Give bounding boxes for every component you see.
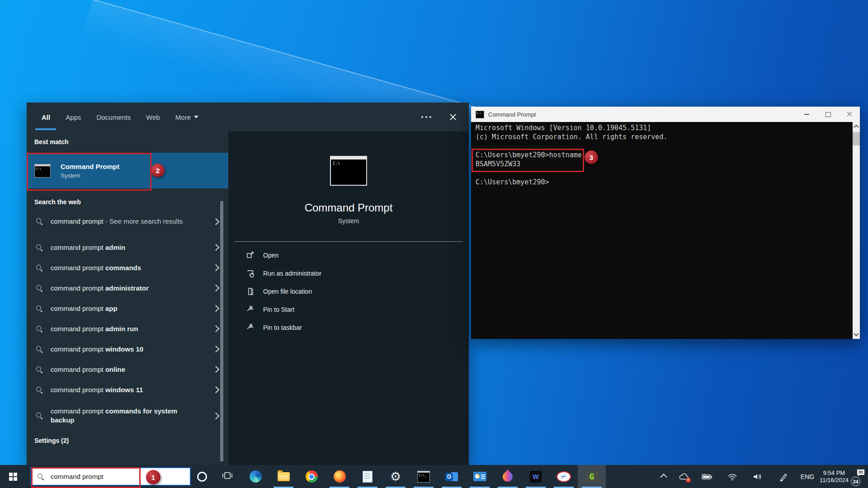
greenshot-icon: G <box>586 470 598 483</box>
pen-tray-icon[interactable] <box>770 465 797 488</box>
chevron-right-icon <box>212 412 220 419</box>
web-suggestion[interactable]: command prompt app <box>27 298 228 319</box>
search-icon <box>36 244 43 251</box>
close-button[interactable] <box>839 107 860 122</box>
chevron-right-icon <box>212 346 220 353</box>
start-button[interactable] <box>0 465 26 488</box>
clock[interactable]: 9:54 PM 11/16/2024 <box>818 469 850 484</box>
tab-apps[interactable]: Apps <box>66 113 81 121</box>
onedrive-tray-icon[interactable]: ✕ <box>674 465 694 488</box>
search-results-column: Best match Command Prompt System Search … <box>27 131 228 465</box>
terminal-line <box>476 141 853 150</box>
wave-app-button[interactable]: W <box>522 465 550 488</box>
action-pin-to-taskbar[interactable]: Pin to taskbar <box>228 319 469 337</box>
best-match-item[interactable]: Command Prompt System <box>27 153 228 188</box>
taskbar: ⚙ W G ✕ ENG <box>0 465 868 488</box>
paint-app-button[interactable] <box>494 465 522 488</box>
battery-icon <box>701 473 713 481</box>
action-pin-to-start[interactable]: Pin to Start <box>228 300 469 319</box>
action-label: Pin to taskbar <box>263 324 302 331</box>
search-icon <box>36 412 43 419</box>
pin-icon <box>245 323 255 333</box>
wifi-tray-icon[interactable] <box>720 465 745 488</box>
tab-more[interactable]: More <box>175 113 198 121</box>
search-icon <box>36 305 43 312</box>
tab-web[interactable]: Web <box>146 113 160 121</box>
selected-tab-underline <box>35 128 56 130</box>
scrollbar-thumb[interactable] <box>853 132 860 145</box>
snipping-app-button[interactable] <box>550 465 578 488</box>
taskbar-search-box[interactable] <box>30 467 191 486</box>
web-suggestion[interactable]: command prompt admin <box>27 237 228 258</box>
command-prompt-window: Command Prompt Microsoft Windows [Versio… <box>471 107 860 339</box>
tab-all[interactable]: All <box>42 113 50 121</box>
contact-card-icon <box>473 472 486 481</box>
web-suggestion[interactable]: command prompt admin run <box>27 319 228 339</box>
web-suggestion[interactable]: command prompt commands for system backu… <box>27 400 228 432</box>
notification-center-button[interactable]: 24 <box>850 465 868 488</box>
scissors-icon <box>557 471 571 482</box>
search-detail-panel: Command Prompt System Open Run as a <box>228 131 469 465</box>
volume-tray-icon[interactable] <box>745 465 770 488</box>
language-indicator[interactable]: ENG <box>797 473 818 480</box>
notepad-button[interactable] <box>354 465 382 488</box>
chrome-button[interactable] <box>297 465 326 488</box>
edge-button[interactable] <box>241 465 269 488</box>
file-explorer-button[interactable] <box>269 465 297 488</box>
minimize-button[interactable] <box>796 107 817 122</box>
maximize-button[interactable] <box>817 107 839 122</box>
hidden-icons-button[interactable] <box>655 465 674 488</box>
notification-icon <box>856 469 865 477</box>
action-run-as-administrator[interactable]: Run as administrator <box>228 264 469 282</box>
web-suggestion[interactable]: command prompt windows 10 <box>27 339 228 359</box>
action-open-file-location[interactable]: Open file location <box>228 282 469 300</box>
search-icon <box>37 473 44 480</box>
results-scrollbar[interactable] <box>220 201 223 461</box>
web-suggestion[interactable]: command prompt administrator <box>27 278 228 298</box>
chevron-right-icon <box>212 305 220 312</box>
scroll-up-button[interactable] <box>853 123 860 130</box>
search-input[interactable] <box>50 472 142 481</box>
more-options-button[interactable] <box>417 116 435 118</box>
search-tabbar: All Apps Documents Web More <box>27 103 469 131</box>
firefox-button[interactable] <box>326 465 354 488</box>
web-suggestion[interactable]: command prompt online <box>27 359 228 380</box>
cmd-titlebar[interactable]: Command Prompt <box>471 107 860 122</box>
command-prompt-button[interactable] <box>410 465 438 488</box>
file-explorer-icon <box>278 472 290 481</box>
battery-tray-icon[interactable] <box>694 465 720 488</box>
cortana-button[interactable] <box>191 465 213 488</box>
web-suggestion[interactable]: command prompt - See more search results <box>27 206 228 237</box>
chevron-right-icon <box>212 325 220 333</box>
greenshot-button[interactable]: G <box>578 465 606 488</box>
windows-logo-icon <box>9 473 17 481</box>
search-icon <box>36 366 43 373</box>
web-suggestion[interactable]: command prompt commands <box>27 258 228 278</box>
tab-more-label: More <box>175 113 191 121</box>
settings-button[interactable]: ⚙ <box>382 465 410 488</box>
terminal-scrollbar[interactable] <box>853 122 860 339</box>
action-open[interactable]: Open <box>228 246 469 264</box>
scroll-down-button[interactable] <box>853 331 860 338</box>
divider <box>234 241 463 242</box>
contact-card-app-button[interactable] <box>466 465 494 488</box>
close-icon[interactable] <box>445 109 461 125</box>
pin-icon <box>245 305 255 314</box>
search-icon <box>36 346 43 353</box>
web-suggestion[interactable]: command prompt windows 11 <box>27 380 228 400</box>
task-view-button[interactable] <box>213 465 241 488</box>
search-icon <box>36 386 43 394</box>
outlook-button[interactable] <box>438 465 466 488</box>
wave-icon: W <box>530 471 542 483</box>
desktop: All Apps Documents Web More Best match C… <box>0 0 868 488</box>
action-label: Open <box>263 252 278 259</box>
edge-icon <box>250 470 262 483</box>
detail-subtitle: System <box>338 217 359 225</box>
terminal-line: (c) Microsoft Corporation. All rights re… <box>476 132 853 141</box>
tab-documents[interactable]: Documents <box>96 113 131 121</box>
terminal-output[interactable]: Microsoft Windows [Version 10.0.19045.51… <box>471 122 853 339</box>
chevron-right-icon <box>212 244 220 251</box>
close-icon <box>847 112 852 117</box>
speaker-icon <box>752 473 763 481</box>
chevron-right-icon <box>212 264 220 272</box>
